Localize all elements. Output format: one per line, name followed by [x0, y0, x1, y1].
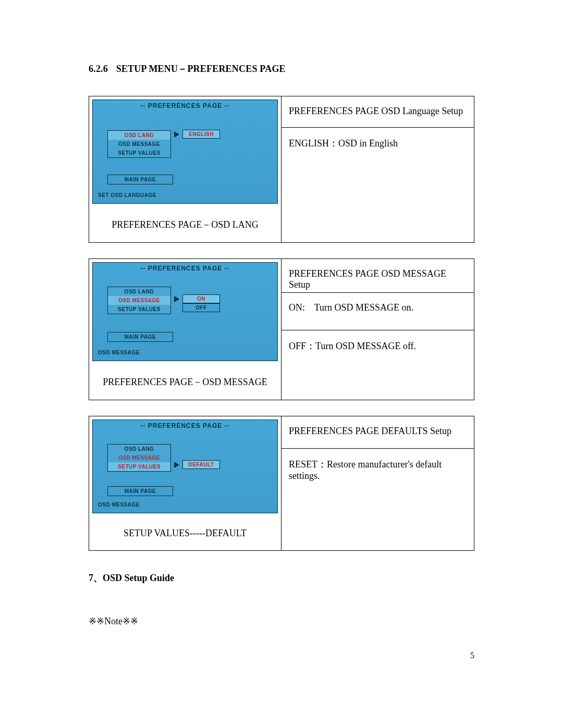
arrow-icon: [174, 296, 179, 302]
osd-status: OSD MESSAGE: [98, 350, 140, 355]
osd-screenshot-defaults: -- PREFERENCES PAGE -- OSD LANG OSD MESS…: [92, 419, 278, 513]
left-cell: -- PREFERENCES PAGE -- OSD LANG OSD MESS…: [89, 416, 282, 550]
osd-menu: OSD LANG OSD MESSAGE SETUP VALUES: [107, 287, 171, 314]
right-column: PREFERENCES PAGE OSD Language Setup ENGL…: [282, 96, 474, 242]
main-page-button: MAIN PAGE: [107, 332, 173, 342]
osd-menu: OSD LANG OSD MESSAGE SETUP VALUES: [107, 444, 171, 472]
arrow-icon: [174, 131, 179, 138]
section-heading-7: 7、OSD Setup Guide: [89, 572, 474, 584]
menu-item-osd-message: OSD MESSAGE: [108, 296, 170, 305]
option-off: OFF: [182, 303, 220, 312]
desc-title: PREFERENCES PAGE OSD MESSAGE Setup: [282, 259, 474, 293]
arrow-icon: [174, 462, 179, 468]
menu-item-osd-lang: OSD LANG: [108, 287, 170, 296]
osd-menu: OSD LANG OSD MESSAGE SETUP VALUES: [107, 130, 171, 158]
table-block-osd-message: -- PREFERENCES PAGE -- OSD LANG OSD MESS…: [89, 258, 474, 400]
right-column: PREFERENCES PAGE DEFAULTS Setup RESET：Re…: [282, 416, 474, 550]
main-page-button: MAIN PAGE: [107, 175, 173, 184]
caption: SETUP VALUES-----DEFAULT: [92, 513, 278, 547]
osd-status: OSD MESSAGE: [98, 502, 140, 508]
option-english: ENGLISH: [182, 130, 220, 139]
menu-item-osd-lang: OSD LANG: [108, 131, 170, 140]
desc-off: OFF：Turn OSD MESSAGE off.: [282, 330, 474, 400]
desc-english: ENGLISH：OSD in English: [282, 128, 474, 242]
note-marker: ※※Note※※: [89, 615, 474, 627]
option-on: ON: [182, 294, 220, 303]
menu-item-setup-values: SETUP VALUES: [108, 149, 170, 157]
caption: PREFERENCES PAGE－OSD LANG: [92, 204, 278, 239]
section-number: 6.2.6: [89, 64, 114, 75]
document-page: 6.2.6 SETUP MENU－PREFERENCES PAGE -- PRE…: [0, 0, 563, 728]
menu-item-osd-message: OSD MESSAGE: [108, 453, 170, 462]
osd-title: -- PREFERENCES PAGE --: [93, 420, 277, 429]
menu-item-osd-message: OSD MESSAGE: [108, 140, 170, 149]
osd-status: SET OSD LANGUAGE: [98, 192, 156, 198]
osd-title: -- PREFERENCES PAGE --: [93, 100, 277, 109]
desc-on: ON: Turn OSD MESSAGE on.: [282, 293, 474, 330]
osd-screenshot-message: -- PREFERENCES PAGE -- OSD LANG OSD MESS…: [92, 262, 278, 361]
section-heading: 6.2.6 SETUP MENU－PREFERENCES PAGE: [89, 63, 474, 75]
right-column: PREFERENCES PAGE OSD MESSAGE Setup ON: T…: [282, 259, 474, 400]
menu-item-setup-values: SETUP VALUES: [108, 462, 170, 471]
osd-screenshot-lang: -- PREFERENCES PAGE -- OSD LANG OSD MESS…: [92, 100, 278, 204]
page-number: 5: [470, 651, 474, 660]
option-default: DEFAULT: [182, 460, 220, 469]
desc-title: PREFERENCES PAGE OSD Language Setup: [282, 96, 474, 128]
desc-reset: RESET：Restore manufacturer's default set…: [282, 449, 474, 550]
menu-item-osd-lang: OSD LANG: [108, 445, 170, 453]
table-block-osd-lang: -- PREFERENCES PAGE -- OSD LANG OSD MESS…: [89, 96, 474, 243]
left-cell: -- PREFERENCES PAGE -- OSD LANG OSD MESS…: [89, 96, 282, 242]
main-page-button: MAIN PAGE: [107, 486, 173, 496]
menu-item-setup-values: SETUP VALUES: [108, 305, 170, 314]
osd-title: -- PREFERENCES PAGE --: [93, 263, 277, 272]
caption: PREFERENCES PAGE－OSD MESSAGE: [92, 361, 278, 397]
desc-title: PREFERENCES PAGE DEFAULTS Setup: [282, 416, 474, 449]
table-block-defaults: -- PREFERENCES PAGE -- OSD LANG OSD MESS…: [89, 416, 474, 551]
left-cell: -- PREFERENCES PAGE -- OSD LANG OSD MESS…: [89, 259, 282, 400]
section-title: SETUP MENU－PREFERENCES PAGE: [116, 64, 286, 74]
